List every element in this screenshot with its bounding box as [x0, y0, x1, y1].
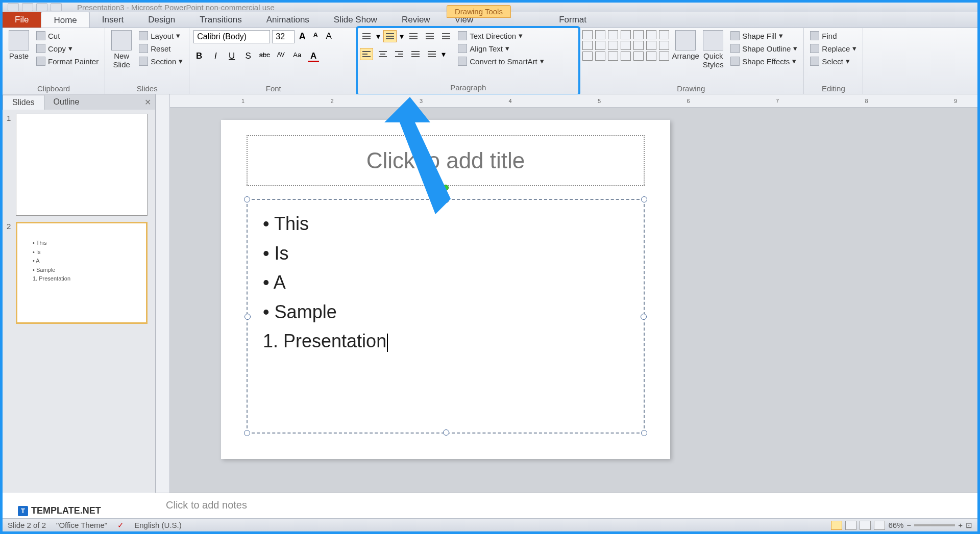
shape-line-icon[interactable] [582, 30, 593, 39]
shape-roundrect-icon[interactable] [621, 30, 631, 39]
bullets-button[interactable] [360, 30, 373, 42]
shape-moon-icon[interactable] [646, 52, 656, 61]
shape-bracket-icon[interactable] [595, 52, 605, 61]
shape-heart-icon[interactable] [621, 52, 631, 61]
language-indicator[interactable]: English (U.S.) [134, 521, 182, 529]
shape-arrow2-icon[interactable] [608, 41, 618, 50]
shape-brace-icon[interactable] [582, 52, 593, 61]
sorter-view-button[interactable] [845, 521, 856, 530]
zoom-level[interactable]: 66% [888, 521, 903, 529]
resize-handle-br[interactable] [641, 430, 647, 436]
content-placeholder[interactable]: This Is A Sample Presentation [247, 199, 645, 434]
replace-button[interactable]: Replace ▾ [808, 43, 859, 54]
new-slide-button[interactable]: New Slide [109, 30, 134, 69]
pane-close-button[interactable]: ✕ [144, 97, 151, 107]
columns-button[interactable] [425, 48, 438, 60]
change-case-button[interactable]: Aa [291, 51, 303, 62]
reading-view-button[interactable] [860, 521, 871, 530]
pane-tab-outline[interactable]: Outline [44, 95, 89, 109]
increase-indent-button[interactable] [423, 30, 436, 42]
pane-tab-slides[interactable]: Slides [3, 95, 44, 110]
strikethrough-button[interactable]: abc [259, 51, 270, 62]
spell-check-icon[interactable]: ✓ [117, 521, 124, 530]
char-spacing-button[interactable]: AV [275, 51, 286, 62]
shape-rect-icon[interactable] [608, 30, 618, 39]
chevron-down-icon[interactable]: ▾ [442, 49, 446, 59]
font-name-select[interactable]: Calibri (Body) [193, 30, 270, 43]
qat-save-icon[interactable] [22, 3, 33, 11]
resize-handle-tl[interactable] [244, 196, 250, 202]
slide-thumbnail-2[interactable]: This Is A Sample Presentation [16, 222, 148, 324]
fit-to-window-button[interactable]: ⊡ [966, 521, 972, 530]
line-spacing-button[interactable] [439, 30, 453, 42]
text-direction-button[interactable]: Text Direction ▾ [456, 30, 546, 41]
resize-handle-bm[interactable] [443, 429, 449, 436]
format-painter-button[interactable]: Format Painter [34, 56, 101, 67]
slide-thumbnail-1[interactable] [16, 114, 148, 216]
underline-button[interactable]: U [226, 51, 237, 62]
shape-outline-button[interactable]: Shape Outline ▾ [728, 43, 799, 54]
justify-button[interactable] [409, 48, 422, 60]
font-color-button[interactable]: A [308, 51, 319, 62]
resize-handle-bl[interactable] [244, 430, 250, 436]
qat-redo-icon[interactable] [51, 3, 62, 11]
tab-home[interactable]: Home [41, 12, 89, 28]
copy-button[interactable]: Copy ▾ [34, 43, 101, 54]
shape-callout-icon[interactable] [646, 41, 656, 50]
zoom-out-button[interactable]: − [906, 521, 911, 529]
chevron-down-icon[interactable]: ▾ [376, 32, 380, 41]
shape-textbox-icon[interactable] [646, 30, 656, 39]
zoom-slider[interactable] [914, 524, 955, 526]
italic-button[interactable]: I [210, 51, 221, 62]
section-button[interactable]: Section ▾ [137, 56, 185, 67]
shape-oval-icon[interactable] [633, 30, 644, 39]
shape-triangle-icon[interactable] [659, 30, 669, 39]
decrease-indent-button[interactable] [407, 30, 420, 42]
rotation-handle[interactable] [443, 185, 449, 191]
resize-handle-mr[interactable] [641, 314, 647, 320]
shrink-font-button[interactable]: A [310, 31, 321, 42]
resize-handle-tm[interactable] [443, 197, 449, 203]
tab-format[interactable]: Format [547, 12, 599, 28]
shape-curve-icon[interactable] [582, 41, 593, 50]
find-button[interactable]: Find [808, 30, 859, 41]
select-button[interactable]: Select ▾ [808, 56, 859, 67]
shape-effects-button[interactable]: Shape Effects ▾ [728, 56, 799, 67]
quick-styles-button[interactable]: Quick Styles [701, 30, 725, 69]
slideshow-view-button[interactable] [874, 521, 885, 530]
tab-insert[interactable]: Insert [90, 12, 136, 28]
content-text[interactable]: This Is A Sample Presentation [248, 200, 644, 365]
grow-font-button[interactable]: A [297, 31, 308, 42]
align-text-button[interactable]: Align Text ▾ [456, 43, 546, 54]
shadow-button[interactable]: S [242, 51, 254, 62]
convert-smartart-button[interactable]: Convert to SmartArt ▾ [456, 56, 546, 67]
shape-dropdown-icon[interactable] [659, 52, 669, 61]
resize-handle-ml[interactable] [244, 314, 251, 320]
align-left-button[interactable] [360, 48, 373, 60]
context-tab-drawing-tools[interactable]: Drawing Tools [447, 5, 511, 18]
shape-fill-button[interactable]: Shape Fill ▾ [728, 30, 799, 41]
align-right-button[interactable] [393, 48, 406, 60]
tab-transitions[interactable]: Transitions [187, 12, 254, 28]
chevron-down-icon[interactable]: ▾ [400, 32, 404, 41]
slide-canvas[interactable]: Click to add title This Is A Sample Pres… [221, 120, 670, 459]
bold-button[interactable]: B [193, 51, 205, 62]
shape-star-icon[interactable] [621, 41, 631, 50]
layout-button[interactable]: Layout ▾ [137, 30, 185, 41]
resize-handle-tr[interactable] [641, 196, 647, 202]
shape-more-icon[interactable] [659, 41, 669, 50]
shapes-gallery[interactable] [582, 30, 670, 61]
shape-connector-icon[interactable] [595, 41, 605, 50]
shape-sun-icon[interactable] [633, 52, 644, 61]
tab-slideshow[interactable]: Slide Show [322, 12, 389, 28]
tab-file[interactable]: File [3, 12, 41, 28]
notes-pane[interactable]: Click to add notes [156, 493, 977, 518]
cut-button[interactable]: Cut [34, 30, 101, 41]
shape-hexagon-icon[interactable] [633, 41, 644, 50]
shape-arrow-icon[interactable] [595, 30, 605, 39]
paste-button[interactable]: Paste [7, 30, 31, 60]
font-size-select[interactable]: 32 [272, 30, 295, 43]
numbering-button[interactable] [383, 30, 397, 42]
title-placeholder[interactable]: Click to add title [247, 135, 645, 186]
clear-format-button[interactable]: A [323, 31, 334, 42]
